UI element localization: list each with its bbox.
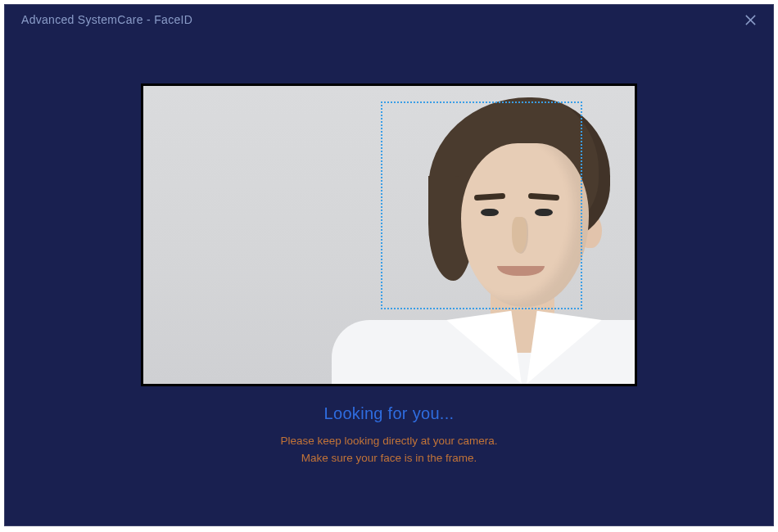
face-detection-box [381, 101, 582, 309]
window-title: Advanced SystemCare - FaceID [21, 13, 192, 26]
close-button[interactable] [740, 10, 760, 29]
hint-line-2: Make sure your face is in the frame. [281, 450, 498, 467]
close-icon [744, 14, 757, 26]
camera-preview [141, 83, 637, 386]
content-area: Looking for you... Please keep looking d… [5, 34, 773, 467]
titlebar: Advanced SystemCare - FaceID [5, 5, 773, 34]
hint-line-1: Please keep looking directly at your cam… [281, 433, 498, 450]
status-hint: Please keep looking directly at your cam… [281, 433, 498, 467]
status-headline: Looking for you... [324, 404, 455, 423]
faceid-window: Advanced SystemCare - FaceID [4, 4, 774, 526]
